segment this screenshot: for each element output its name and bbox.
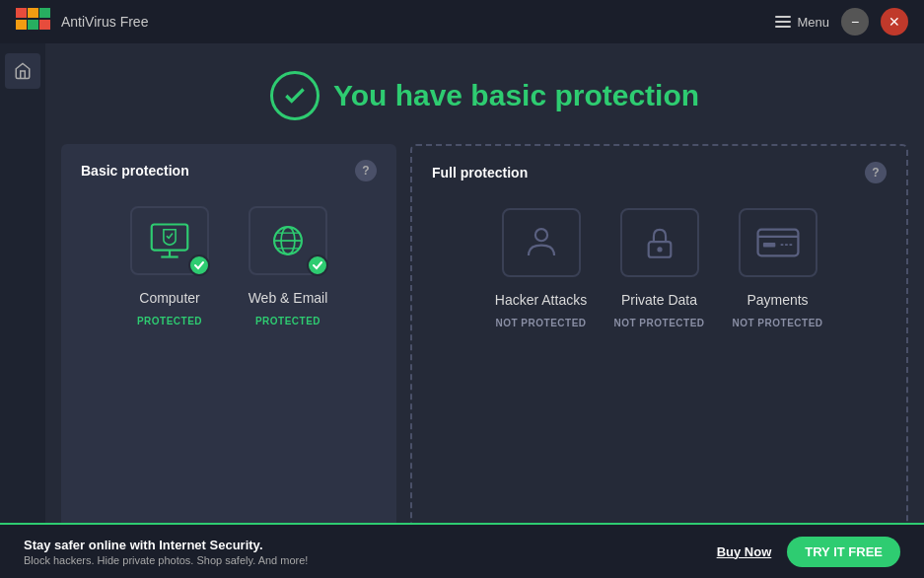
hacker-icon-wrap [497, 203, 586, 282]
full-help-button[interactable]: ? [865, 162, 887, 183]
window-controls: Menu − ✕ [775, 8, 908, 36]
payments-item[interactable]: Payments NOT PROTECTED [729, 203, 827, 328]
computer-icon-wrap [125, 201, 214, 280]
private-data-item[interactable]: Private Data NOT PROTECTED [610, 203, 709, 328]
app-title: AntiVirus Free [61, 14, 148, 30]
basic-section-header: Basic protection ? [81, 160, 377, 181]
payments-icon-bg [739, 208, 817, 277]
private-data-label: Private Data [621, 292, 697, 308]
private-data-icon-bg [620, 208, 699, 277]
hacker-label: Hacker Attacks [495, 292, 587, 308]
main-status-title: You have basic protection [333, 79, 699, 112]
content-area: You have basic protection Basic protecti… [45, 43, 924, 578]
hacker-status: NOT PROTECTED [495, 318, 586, 328]
full-section-title: Full protection [432, 165, 528, 181]
svg-point-16 [657, 247, 662, 252]
web-check-badge [307, 254, 328, 276]
basic-section-title: Basic protection [81, 163, 189, 179]
banner-subtitle: Block hackers. Hide private photos. Shop… [24, 554, 308, 566]
payments-icon-wrap [734, 203, 822, 282]
svg-rect-17 [757, 230, 798, 256]
payments-status: NOT PROTECTED [732, 318, 822, 328]
web-email-label: Web & Email [249, 290, 328, 306]
svg-rect-1 [28, 8, 38, 18]
hacker-icon-bg [502, 208, 581, 277]
payments-label: Payments [746, 292, 808, 308]
svg-rect-2 [39, 8, 50, 18]
full-items-row: Hacker Attacks NOT PROTECTED [432, 203, 887, 328]
full-protection-card: Full protection ? Ha [410, 144, 908, 578]
svg-rect-4 [28, 20, 38, 30]
computer-label: Computer [139, 290, 199, 306]
protection-sections: Basic protection ? [45, 144, 924, 578]
svg-rect-3 [16, 20, 27, 30]
hacker-attacks-item[interactable]: Hacker Attacks NOT PROTECTED [492, 203, 591, 328]
title-bar: AntiVirus Free Menu − ✕ [0, 0, 924, 43]
banner-actions: Buy Now TRY IT FREE [717, 537, 900, 567]
menu-label: Menu [797, 15, 829, 30]
svg-rect-0 [16, 8, 27, 18]
computer-status: PROTECTED [137, 316, 202, 326]
svg-point-14 [534, 229, 546, 241]
computer-item[interactable]: Computer PROTECTED [120, 201, 219, 326]
basic-help-button[interactable]: ? [355, 160, 377, 181]
buy-now-button[interactable]: Buy Now [717, 544, 772, 559]
footer-banner: Stay safer online with Internet Security… [0, 523, 924, 578]
try-free-button[interactable]: TRY IT FREE [787, 537, 900, 567]
banner-title: Stay safer online with Internet Security… [24, 538, 308, 552]
private-data-icon-wrap [615, 203, 704, 282]
sidebar [0, 43, 45, 578]
basic-items-row: Computer PROTECTED [81, 201, 377, 326]
menu-icon [775, 16, 791, 28]
menu-button[interactable]: Menu [775, 15, 829, 30]
basic-protection-card: Basic protection ? [61, 144, 396, 578]
close-button[interactable]: ✕ [881, 8, 908, 36]
svg-rect-5 [39, 20, 50, 30]
computer-check-badge [188, 254, 210, 276]
web-email-status: PROTECTED [255, 316, 320, 326]
private-data-status: NOT PROTECTED [613, 318, 704, 328]
svg-rect-19 [762, 243, 774, 247]
web-email-item[interactable]: Web & Email PROTECTED [239, 201, 337, 326]
avg-logo [16, 8, 51, 36]
full-section-header: Full protection ? [432, 162, 887, 183]
minimize-button[interactable]: − [841, 8, 869, 36]
banner-text: Stay safer online with Internet Security… [24, 538, 308, 566]
app-branding: AntiVirus Free [16, 8, 148, 36]
web-email-icon-wrap [244, 201, 332, 280]
header: You have basic protection [45, 43, 924, 144]
check-circle [270, 71, 320, 120]
home-button[interactable] [5, 53, 40, 89]
